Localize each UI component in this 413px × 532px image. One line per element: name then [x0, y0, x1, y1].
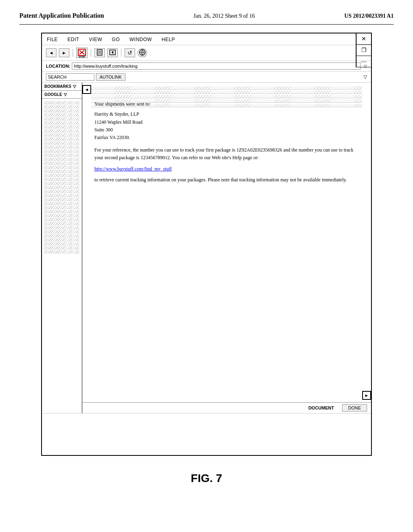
shipment-heading: Your shipments were sent to:: [94, 101, 359, 107]
menu-view[interactable]: VIEW: [89, 37, 102, 42]
svg-marker-8: [111, 51, 113, 54]
sidebar-item-18: [44, 170, 79, 173]
sidebar-item-6: [44, 121, 79, 125]
address-line-4: Fairfax VA 22030.: [94, 134, 359, 141]
toolbar-separator-1: [73, 49, 73, 57]
sidebar-item-37: [44, 246, 79, 249]
back-icon: ◄: [49, 50, 54, 55]
toolbar-separator-2: [91, 49, 91, 57]
history-button[interactable]: [94, 48, 105, 57]
nav-back-page-button[interactable]: [107, 48, 118, 57]
location-label: LOCATION:: [46, 64, 70, 69]
refresh-icon: ↺: [127, 50, 132, 56]
sidebar-google[interactable]: GOOGLE ▽: [42, 91, 82, 99]
menu-window[interactable]: WINDOW: [129, 37, 152, 42]
sidebar-item-27: [44, 206, 79, 209]
sidebar-item-35: [44, 238, 79, 241]
search-input[interactable]: [46, 73, 94, 81]
patent-number: US 2012/0023391 A1: [344, 13, 394, 19]
right-arrow-icon: ►: [365, 393, 369, 398]
forward-button[interactable]: ►: [59, 48, 69, 57]
sidebar-item-7: [44, 125, 79, 129]
header-date-sheet: Jan. 26, 2012 Sheet 9 of 16: [194, 13, 255, 19]
sidebar-item-1: [44, 101, 79, 104]
sidebar-item-36: [44, 242, 79, 245]
sidebar-item-12: [44, 145, 79, 149]
sidebar-item-29: [44, 214, 79, 217]
content-area: BOOKMARKS ▽ GOOGLE ▽: [42, 83, 371, 414]
scroll-right-button[interactable]: ►: [362, 391, 371, 400]
stop-button[interactable]: STOP: [76, 48, 88, 58]
sidebar-item-17: [44, 166, 79, 169]
page-header: Patent Application Publication Jan. 26, …: [0, 0, 413, 24]
sidebar-item-5: [44, 117, 79, 121]
sidebar-item-24: [44, 194, 79, 197]
sidebar-items: [42, 99, 82, 413]
sidebar-item-13: [44, 150, 79, 153]
sidebar: BOOKMARKS ▽ GOOGLE ▽: [42, 83, 82, 413]
forward-icon: ►: [62, 50, 67, 55]
sidebar-item-30: [44, 218, 79, 221]
search-icon: [139, 49, 146, 57]
content-with-arrows: ◄ ►: [82, 83, 371, 402]
address-block: Harrity & Snyder, LLP 11240 Waples Mill …: [94, 110, 359, 141]
location-input[interactable]: [72, 62, 361, 70]
menu-help[interactable]: HELP: [162, 37, 175, 42]
sidebar-item-23: [44, 190, 79, 193]
main-content: ✕ ❐ — FILE EDIT VIEW GO WINDOW HELP ◄ ►: [0, 25, 413, 464]
done-button[interactable]: DONE: [342, 404, 367, 411]
sidebar-item-33: [44, 230, 79, 233]
sidebar-item-11: [44, 141, 79, 145]
maximize-icon[interactable]: ❐: [357, 45, 371, 56]
sidebar-item-25: [44, 198, 79, 201]
google-dropdown-icon[interactable]: ▽: [64, 92, 67, 97]
stop-label: STOP: [77, 56, 87, 58]
search-bar: AUTOLINK ▽: [42, 72, 371, 83]
autolink-button[interactable]: AUTOLINK: [96, 73, 125, 81]
google-label: GOOGLE: [44, 92, 62, 97]
figure-label: FIG. 7: [0, 464, 413, 489]
url-line[interactable]: http://www.buystuff.com/find_my_stuff: [94, 166, 359, 172]
sidebar-item-8: [44, 129, 79, 133]
sidebar-item-26: [44, 202, 79, 205]
close-icon[interactable]: ✕: [357, 33, 371, 45]
sidebar-item-3: [44, 109, 79, 112]
search-button[interactable]: [138, 48, 147, 57]
browser-main: ◄ ►: [82, 83, 371, 413]
menu-go[interactable]: GO: [112, 37, 120, 42]
sidebar-item-16: [44, 162, 79, 165]
menu-edit[interactable]: EDIT: [67, 37, 79, 42]
sidebar-item-14: [44, 154, 79, 157]
header-left: Patent Application Publication: [19, 11, 104, 20]
sidebar-item-10: [44, 137, 79, 141]
sidebar-item-31: [44, 222, 79, 225]
back-button[interactable]: ◄: [46, 48, 56, 57]
corner-icons: ✕ ❐ —: [356, 33, 371, 67]
sidebar-item-9: [44, 133, 79, 137]
browser-bottom-bar: DOCUMENT DONE: [82, 402, 371, 413]
sidebar-item-22: [44, 186, 79, 189]
nav-back-page-icon: [109, 49, 116, 56]
minimize-icon[interactable]: —: [357, 56, 371, 67]
menu-bar: FILE EDIT VIEW GO WINDOW HELP: [42, 33, 371, 45]
sidebar-item-21: [44, 182, 79, 185]
page-text-content: Your shipments were sent to: Harrity & S…: [82, 85, 371, 185]
location-bar: LOCATION: ▽: [42, 61, 371, 72]
publication-title: Patent Application Publication: [19, 12, 104, 19]
toolbar: ◄ ► STOP: [42, 45, 371, 61]
sidebar-item-15: [44, 158, 79, 161]
sidebar-bookmarks[interactable]: BOOKMARKS ▽: [42, 83, 82, 91]
browser-window: ✕ ❐ — FILE EDIT VIEW GO WINDOW HELP ◄ ►: [41, 33, 372, 456]
bookmarks-label: BOOKMARKS: [44, 84, 71, 89]
note-paragraph: to retrieve current tracking information…: [94, 176, 359, 184]
refresh-button[interactable]: ↺: [125, 48, 135, 57]
sidebar-item-4: [44, 113, 79, 116]
bookmarks-dropdown-icon[interactable]: ▽: [73, 84, 76, 89]
sidebar-item-19: [44, 174, 79, 177]
search-dropdown-icon[interactable]: ▽: [363, 74, 367, 80]
menu-file[interactable]: FILE: [47, 37, 58, 42]
sidebar-item-38: [44, 250, 79, 254]
history-icon: [96, 49, 103, 56]
sidebar-item-28: [44, 210, 79, 213]
sidebar-item-2: [44, 105, 79, 108]
